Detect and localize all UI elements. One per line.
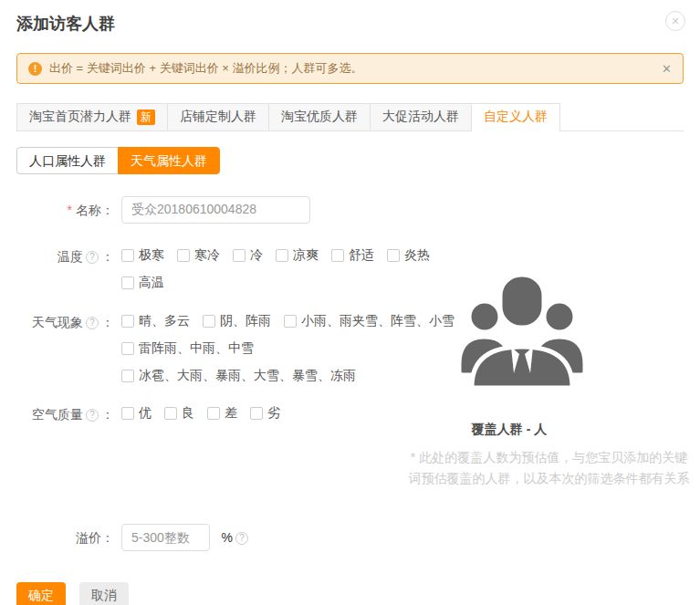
premium-label-text: 溢价 — [76, 530, 101, 545]
option-label: 雷阵雨、中雨、中雪 — [139, 340, 254, 357]
checkbox-icon[interactable] — [164, 407, 177, 420]
option-label: 晴、多云 — [139, 313, 190, 329]
colon: ： — [101, 203, 114, 217]
audience-tab-bar: 淘宝首页潜力人群新店铺定制人群淘宝优质人群大促活动人群自定义人群 — [16, 103, 684, 131]
tab-label: 自定义人群 — [484, 109, 548, 125]
help-icon[interactable]: ? — [86, 317, 99, 329]
air_quality-option-row: 优良差劣 — [121, 401, 293, 426]
page-title: 添加访客人群 — [16, 13, 684, 35]
checkbox-icon[interactable] — [203, 315, 215, 328]
checkbox-icon[interactable] — [233, 249, 246, 262]
air-quality-options: 优良差劣 — [121, 401, 293, 428]
checkbox-icon[interactable] — [121, 249, 134, 262]
option-label: 良 — [182, 405, 194, 422]
coverage-note: * 此处的覆盖人数为预估值，与您宝贝添加的关键词预估覆盖的人群，以及本次的筛选条… — [404, 447, 694, 489]
tab-taobao-home-potential[interactable]: 淘宝首页潜力人群新 — [16, 103, 168, 130]
option-label: 优 — [139, 405, 151, 422]
coverage-caption: 覆盖人群 - 人 — [404, 422, 614, 438]
option-label: 高温 — [139, 275, 164, 291]
option-label: 阴、阵雨 — [220, 313, 271, 329]
temperature-option[interactable]: 凉爽 — [276, 247, 319, 264]
temperature-options: 极寒寒冷冷凉爽舒适炎热高温 — [121, 243, 443, 297]
weather_phenomenon-option[interactable]: 晴、多云 — [121, 313, 190, 329]
checkbox-icon[interactable] — [121, 407, 134, 420]
temperature-option[interactable]: 极寒 — [121, 247, 164, 264]
banner-close-icon[interactable]: ✕ — [662, 62, 672, 76]
tab-custom[interactable]: 自定义人群 — [471, 103, 560, 131]
tab-shop-custom[interactable]: 店铺定制人群 — [167, 103, 269, 130]
option-label: 炎热 — [404, 247, 430, 264]
air_quality-option[interactable]: 良 — [164, 405, 194, 422]
option-label: 冷 — [250, 247, 263, 264]
dialog-header: 添加访客人群 — [0, 0, 700, 35]
help-icon[interactable]: ? — [86, 409, 99, 422]
checkbox-icon[interactable] — [121, 276, 134, 289]
new-badge: 新 — [137, 110, 155, 125]
name-label-text: 名称 — [76, 203, 101, 217]
temperature-option[interactable]: 冷 — [233, 247, 263, 264]
air_quality-option[interactable]: 优 — [121, 405, 151, 422]
tab-label: 淘宝首页潜力人群 — [29, 109, 131, 125]
cancel-button[interactable]: 取消 — [79, 582, 129, 605]
temperature-option[interactable]: 舒适 — [331, 247, 374, 264]
air-quality-label-text: 空气质量 — [32, 407, 83, 422]
help-icon[interactable]: ? — [235, 532, 248, 545]
dialog-close-icon[interactable]: ✕ — [665, 11, 685, 31]
checkbox-icon[interactable] — [387, 249, 400, 262]
temperature-option[interactable]: 寒冷 — [177, 247, 220, 264]
temperature-option[interactable]: 高温 — [121, 275, 164, 291]
percent-unit: % — [221, 524, 232, 551]
weather_phenomenon-option[interactable]: 冰雹、大雨、暴雨、大雪、暴雪、冻雨 — [121, 368, 356, 384]
option-label: 劣 — [267, 405, 280, 422]
checkbox-icon[interactable] — [250, 407, 263, 420]
tab-label: 大促活动人群 — [382, 109, 459, 125]
dialog-footer: 确定 取消 — [0, 582, 700, 605]
audience-name-input[interactable] — [121, 196, 310, 224]
weather_phenomenon-option[interactable]: 阴、阵雨 — [203, 313, 271, 329]
checkbox-icon[interactable] — [331, 249, 344, 262]
premium-input[interactable] — [121, 524, 210, 551]
alert-icon: ! — [28, 62, 42, 76]
checkbox-icon[interactable] — [121, 342, 134, 355]
tab-taobao-quality[interactable]: 淘宝优质人群 — [268, 103, 371, 130]
name-label: *名称： — [16, 196, 114, 224]
colon: ： — [101, 407, 114, 422]
name-row: *名称： — [16, 196, 684, 224]
tab-label: 淘宝优质人群 — [281, 109, 358, 125]
add-visitor-audience-dialog: 添加访客人群 ✕ ! 出价 = 关键词出价 + 关键词出价 × 溢价比例；人群可… — [0, 0, 700, 605]
air-quality-label: 空气质量?： — [16, 401, 114, 428]
confirm-button[interactable]: 确定 — [16, 582, 66, 605]
temperature-label-text: 温度 — [57, 249, 83, 264]
air_quality-option[interactable]: 差 — [207, 405, 237, 422]
checkbox-icon[interactable] — [177, 249, 190, 262]
temperature-option[interactable]: 炎热 — [387, 247, 430, 264]
audience-group-icon — [454, 269, 590, 388]
checkbox-icon[interactable] — [284, 315, 297, 328]
temperature-label: 温度?： — [16, 243, 114, 270]
help-icon[interactable]: ? — [86, 251, 99, 264]
colon: ： — [101, 315, 114, 329]
checkbox-icon[interactable] — [121, 315, 134, 328]
option-label: 舒适 — [349, 247, 374, 264]
premium-row: 溢价： %? — [16, 524, 684, 551]
colon: ： — [101, 249, 114, 264]
weather_phenomenon-option[interactable]: 雷阵雨、中雨、中雪 — [121, 340, 254, 357]
checkbox-icon[interactable] — [207, 407, 220, 420]
option-label: 差 — [225, 405, 237, 422]
subtab-weather[interactable]: 天气属性人群 — [118, 147, 220, 174]
required-asterisk: * — [68, 203, 72, 217]
premium-label: 溢价： — [16, 524, 114, 551]
checkbox-icon[interactable] — [121, 370, 134, 382]
option-label: 凉爽 — [293, 247, 319, 264]
coverage-panel: 覆盖人群 - 人 * 此处的覆盖人数为预估值，与您宝贝添加的关键词预估覆盖的人群… — [404, 265, 694, 506]
subtab-demographic[interactable]: 人口属性人群 — [16, 147, 119, 174]
tab-promo-activity[interactable]: 大促活动人群 — [370, 103, 472, 130]
air_quality-option[interactable]: 劣 — [250, 405, 280, 422]
checkbox-icon[interactable] — [276, 249, 288, 262]
option-label: 极寒 — [139, 247, 164, 264]
option-label: 冰雹、大雨、暴雨、大雪、暴雪、冻雨 — [139, 368, 356, 384]
custom-audience-subtab-bar: 人口属性人群天气属性人群 — [16, 147, 684, 174]
bid-formula-banner: ! 出价 = 关键词出价 + 关键词出价 × 溢价比例；人群可多选。 ✕ — [16, 53, 684, 84]
temperature-option-row: 高温 — [121, 270, 443, 296]
tab-label: 店铺定制人群 — [180, 109, 256, 125]
